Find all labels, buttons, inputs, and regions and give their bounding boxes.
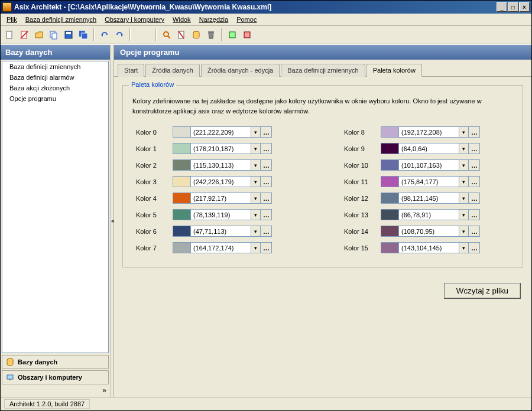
- close-button[interactable]: ×: [519, 2, 530, 12]
- color-value[interactable]: (78,139,119): [190, 209, 251, 220]
- color-row-left-0: Kolor 0(221,222,209)…: [132, 126, 305, 138]
- color-value[interactable]: (175,84,177): [398, 176, 459, 187]
- dropdown-icon[interactable]: [251, 176, 261, 187]
- sidebar-btn-obszary[interactable]: Obszary i komputery: [2, 370, 109, 384]
- dropdown-icon[interactable]: [459, 193, 469, 204]
- tb-run-icon[interactable]: [226, 28, 239, 41]
- tb-database-icon[interactable]: [190, 28, 203, 41]
- tb-copy-icon[interactable]: [47, 28, 60, 41]
- sidebar-item-baza-akcji[interactable]: Baza akcji złożonych: [2, 83, 108, 93]
- menu-plik[interactable]: Plik: [3, 15, 21, 24]
- dropdown-icon[interactable]: [251, 126, 261, 138]
- tb-trash-icon[interactable]: [205, 28, 218, 41]
- color-value[interactable]: (164,172,174): [190, 242, 251, 253]
- color-row-right-5: Kolor 13(66,78,91)…: [340, 209, 513, 220]
- dropdown-icon[interactable]: [459, 143, 469, 154]
- color-value[interactable]: (101,107,163): [398, 159, 459, 171]
- more-button[interactable]: …: [469, 159, 480, 171]
- tab-baza-zmiennych[interactable]: Baza definicji zmiennych: [281, 64, 365, 77]
- color-value[interactable]: (47,71,113): [190, 226, 251, 237]
- more-button[interactable]: …: [261, 226, 272, 237]
- color-value[interactable]: (217,92,17): [190, 193, 251, 204]
- sidebar-btn-bazy-danych[interactable]: Bazy danych: [2, 355, 109, 369]
- more-button[interactable]: …: [261, 159, 272, 171]
- menu-widok[interactable]: Widok: [169, 15, 194, 24]
- color-value[interactable]: (221,222,209): [190, 126, 251, 138]
- color-row-left-5: Kolor 5(78,139,119)…: [132, 209, 305, 220]
- tb-edit-icon[interactable]: [18, 28, 31, 41]
- more-button[interactable]: …: [261, 242, 272, 253]
- more-button[interactable]: …: [261, 126, 272, 138]
- tb-delete-icon[interactable]: [175, 28, 188, 41]
- tb-separator: [93, 28, 95, 41]
- more-button[interactable]: …: [469, 143, 480, 154]
- color-combo: (66,78,91)…: [381, 209, 480, 220]
- tb-save-icon[interactable]: [62, 28, 75, 41]
- tab-zrodla[interactable]: Źródła danych: [145, 64, 200, 77]
- sidebar-expand-icon[interactable]: »: [1, 385, 110, 397]
- menu-obszary[interactable]: Obszary i komputery: [101, 15, 168, 24]
- minimize-button[interactable]: _: [497, 2, 507, 12]
- color-label: Kolor 9: [340, 145, 376, 152]
- menu-baza-definicji[interactable]: Baza definicji zmiennych: [22, 15, 100, 24]
- svg-rect-0: [7, 31, 12, 38]
- color-value[interactable]: (108,70,95): [398, 226, 459, 237]
- dropdown-icon[interactable]: [459, 226, 469, 237]
- color-value[interactable]: (64,0,64): [398, 143, 459, 154]
- tb-find-icon[interactable]: [160, 28, 173, 41]
- dropdown-icon[interactable]: [251, 242, 261, 253]
- tb-undo-icon[interactable]: [98, 28, 111, 41]
- sidebar-item-baza-alarmow[interactable]: Baza definicji alarmów: [2, 72, 108, 83]
- tb-open-icon[interactable]: [33, 28, 46, 41]
- main-panel: Opcje programu Start Źródła danych Źródł…: [114, 45, 531, 397]
- sidebar-btn-bazy-label: Bazy danych: [18, 358, 57, 366]
- color-value[interactable]: (242,226,179): [190, 176, 251, 187]
- tab-zrodla-edycja[interactable]: Źródła danych - edycja: [201, 64, 280, 77]
- load-from-file-button[interactable]: Wczytaj z pliku: [444, 283, 521, 299]
- more-button[interactable]: …: [469, 193, 480, 204]
- menu-pomoc[interactable]: Pomoc: [233, 15, 260, 24]
- color-value[interactable]: (66,78,91): [398, 209, 459, 220]
- color-label: Kolor 1: [132, 145, 168, 152]
- dropdown-icon[interactable]: [251, 209, 261, 220]
- more-button[interactable]: …: [261, 176, 272, 187]
- tb-redo-icon[interactable]: [113, 28, 126, 41]
- color-value[interactable]: (176,210,187): [190, 143, 251, 154]
- sidebar-item-baza-zmiennych[interactable]: Baza definicji zmiennych: [2, 61, 108, 72]
- more-button[interactable]: …: [469, 226, 480, 237]
- more-button[interactable]: …: [469, 176, 480, 187]
- menu-narzedzia[interactable]: Narzędzia: [196, 15, 232, 24]
- more-button[interactable]: …: [261, 209, 272, 220]
- menu-bar: Plik Baza definicji zmiennych Obszary i …: [1, 14, 531, 26]
- dropdown-icon[interactable]: [251, 143, 261, 154]
- color-combo: (115,130,113)…: [173, 159, 272, 171]
- tb-stop-icon[interactable]: [241, 28, 254, 41]
- maximize-button[interactable]: □: [508, 2, 518, 12]
- tb-new-icon[interactable]: [3, 28, 16, 41]
- color-value[interactable]: (192,172,208): [398, 126, 459, 138]
- dropdown-icon[interactable]: [251, 159, 261, 171]
- more-button[interactable]: …: [469, 209, 480, 220]
- dropdown-icon[interactable]: [251, 226, 261, 237]
- color-row-left-3: Kolor 3(242,226,179)…: [132, 176, 305, 187]
- color-swatch: [173, 193, 190, 204]
- dropdown-icon[interactable]: [251, 193, 261, 204]
- dropdown-icon[interactable]: [459, 176, 469, 187]
- more-button[interactable]: …: [469, 242, 480, 253]
- color-value[interactable]: (143,104,145): [398, 242, 459, 253]
- tab-paleta[interactable]: Paleta kolorów: [366, 64, 422, 77]
- paleta-groupbox: Paleta kolorów Kolory zdefiniowane na te…: [122, 85, 523, 268]
- more-button[interactable]: …: [261, 143, 272, 154]
- status-bar: Architekt 1.2.0, build 2887: [1, 397, 531, 410]
- dropdown-icon[interactable]: [459, 126, 469, 138]
- color-value[interactable]: (115,130,113): [190, 159, 251, 171]
- more-button[interactable]: …: [261, 193, 272, 204]
- color-value[interactable]: (98,121,145): [398, 193, 459, 204]
- more-button[interactable]: …: [469, 126, 480, 138]
- tb-saveall-icon[interactable]: [77, 28, 90, 41]
- tab-start[interactable]: Start: [118, 64, 144, 77]
- dropdown-icon[interactable]: [459, 159, 469, 171]
- dropdown-icon[interactable]: [459, 242, 469, 253]
- sidebar-item-opcje[interactable]: Opcje programu: [2, 93, 108, 104]
- dropdown-icon[interactable]: [459, 209, 469, 220]
